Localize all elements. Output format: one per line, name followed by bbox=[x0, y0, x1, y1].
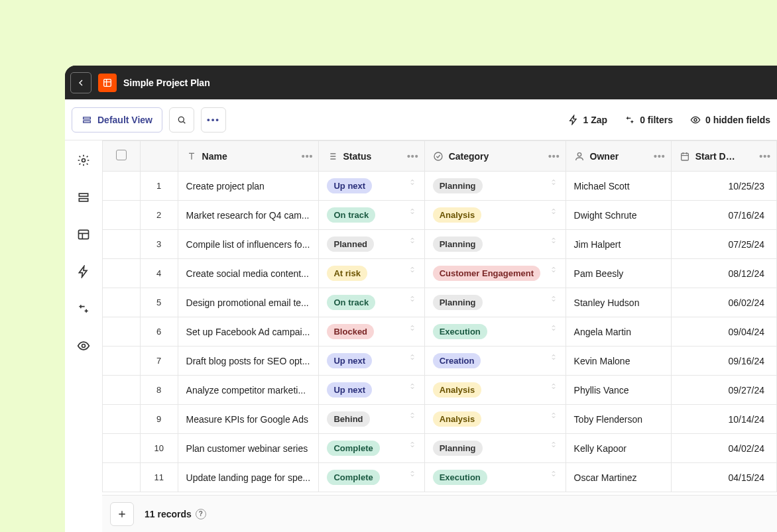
cell-name[interactable]: Set up Facebook Ad campai... bbox=[178, 317, 319, 346]
cell-owner[interactable]: Oscar Martinez bbox=[566, 463, 671, 492]
column-menu-icon[interactable]: ••• bbox=[654, 151, 666, 162]
cell-name[interactable]: Update landing page for spe... bbox=[178, 463, 319, 492]
header-checkbox-cell[interactable] bbox=[103, 141, 141, 172]
cell-category[interactable]: Creation bbox=[424, 346, 566, 376]
table-row[interactable]: 1Create project planUp nextPlanningMicha… bbox=[103, 172, 777, 201]
cell-status[interactable]: Blocked bbox=[319, 317, 424, 346]
cell-status[interactable]: On track bbox=[319, 201, 424, 230]
cell-category[interactable]: Analysis bbox=[424, 405, 566, 434]
cell-category[interactable]: Planning bbox=[424, 434, 566, 463]
cell-name[interactable]: Create project plan bbox=[178, 172, 319, 201]
search-button[interactable] bbox=[169, 107, 194, 133]
table-row[interactable]: 4Create social media content...At riskCu… bbox=[103, 259, 777, 288]
sidebar-settings[interactable] bbox=[76, 152, 91, 168]
cell-owner[interactable]: Dwight Schrute bbox=[566, 201, 671, 230]
header-name[interactable]: Name ••• bbox=[178, 141, 319, 172]
cell-owner[interactable]: Michael Scott bbox=[566, 172, 671, 201]
sidebar-layout[interactable] bbox=[76, 227, 91, 242]
more-button[interactable]: ••• bbox=[201, 107, 226, 133]
row-checkbox-cell[interactable] bbox=[103, 346, 141, 376]
cell-owner[interactable]: Pam Beesly bbox=[566, 259, 671, 288]
cell-category[interactable]: Planning bbox=[424, 230, 566, 259]
header-owner[interactable]: Owner ••• bbox=[566, 141, 671, 172]
cell-name[interactable]: Create social media content... bbox=[178, 259, 319, 288]
cell-name[interactable]: Design promotional email te... bbox=[178, 288, 319, 317]
cell-category[interactable]: Analysis bbox=[424, 201, 566, 230]
cell-category[interactable]: Execution bbox=[424, 317, 566, 346]
table-row[interactable]: 5Design promotional email te...On trackP… bbox=[103, 288, 777, 317]
cell-status[interactable]: Behind bbox=[319, 405, 424, 434]
table-row[interactable]: 8Analyze competitor marketi...Up nextAna… bbox=[103, 376, 777, 405]
cell-start-date[interactable]: 09/04/24 bbox=[671, 317, 776, 346]
back-button[interactable] bbox=[70, 72, 91, 93]
cell-start-date[interactable]: 10/14/24 bbox=[671, 405, 776, 434]
row-checkbox-cell[interactable] bbox=[103, 288, 141, 317]
cell-category[interactable]: Analysis bbox=[424, 376, 566, 405]
cell-name[interactable]: Draft blog posts for SEO opt... bbox=[178, 346, 319, 376]
header-start-date[interactable]: Start D… ••• bbox=[671, 141, 776, 172]
cell-category[interactable]: Customer Engagement bbox=[424, 259, 566, 288]
cell-name[interactable]: Compile list of influencers fo... bbox=[178, 230, 319, 259]
cell-start-date[interactable]: 06/02/24 bbox=[671, 288, 776, 317]
cell-start-date[interactable]: 08/12/24 bbox=[671, 259, 776, 288]
sidebar-visibility[interactable] bbox=[76, 338, 91, 354]
cell-owner[interactable]: Phyllis Vance bbox=[566, 376, 671, 405]
row-checkbox-cell[interactable] bbox=[103, 317, 141, 346]
column-menu-icon[interactable]: ••• bbox=[302, 151, 314, 162]
table-row[interactable]: 9Measure KPIs for Google AdsBehindAnalys… bbox=[103, 405, 777, 434]
sidebar-views[interactable] bbox=[76, 189, 91, 205]
row-checkbox-cell[interactable] bbox=[103, 201, 141, 230]
zap-indicator[interactable]: 1 Zap bbox=[568, 115, 608, 125]
cell-category[interactable]: Execution bbox=[424, 463, 566, 492]
table-row[interactable]: 7Draft blog posts for SEO opt...Up nextC… bbox=[103, 346, 777, 376]
cell-status[interactable]: On track bbox=[319, 288, 424, 317]
cell-name[interactable]: Analyze competitor marketi... bbox=[178, 376, 319, 405]
table-row[interactable]: 11Update landing page for spe...Complete… bbox=[103, 463, 777, 492]
cell-name[interactable]: Market research for Q4 cam... bbox=[178, 201, 319, 230]
cell-start-date[interactable]: 04/15/24 bbox=[671, 463, 776, 492]
column-menu-icon[interactable]: ••• bbox=[407, 151, 419, 162]
filters-button[interactable]: 0 filters bbox=[625, 115, 673, 125]
hidden-fields-button[interactable]: 0 hidden fields bbox=[690, 115, 770, 125]
sidebar-automations[interactable] bbox=[76, 264, 91, 280]
default-view-button[interactable]: Default View bbox=[72, 107, 162, 133]
header-category[interactable]: Category ••• bbox=[424, 141, 566, 172]
column-menu-icon[interactable]: ••• bbox=[759, 151, 771, 162]
cell-start-date[interactable]: 07/16/24 bbox=[671, 201, 776, 230]
cell-status[interactable]: Complete bbox=[319, 434, 424, 463]
cell-owner[interactable]: Kevin Malone bbox=[566, 346, 671, 376]
cell-status[interactable]: Planned bbox=[319, 230, 424, 259]
column-menu-icon[interactable]: ••• bbox=[548, 151, 560, 162]
add-row-button[interactable] bbox=[110, 502, 134, 526]
cell-category[interactable]: Planning bbox=[424, 172, 566, 201]
table-row[interactable]: 6Set up Facebook Ad campai...BlockedExec… bbox=[103, 317, 777, 346]
sidebar-sliders[interactable] bbox=[76, 301, 91, 317]
cell-owner[interactable]: Stanley Hudson bbox=[566, 288, 671, 317]
cell-name[interactable]: Plan customer webinar series bbox=[178, 434, 319, 463]
cell-start-date[interactable]: 04/02/24 bbox=[671, 434, 776, 463]
row-checkbox-cell[interactable] bbox=[103, 230, 141, 259]
help-icon[interactable]: ? bbox=[196, 509, 206, 519]
header-status[interactable]: Status ••• bbox=[319, 141, 424, 172]
cell-start-date[interactable]: 09/27/24 bbox=[671, 376, 776, 405]
cell-owner[interactable]: Angela Martin bbox=[566, 317, 671, 346]
cell-status[interactable]: Up next bbox=[319, 376, 424, 405]
cell-status[interactable]: Complete bbox=[319, 463, 424, 492]
table-row[interactable]: 2Market research for Q4 cam...On trackAn… bbox=[103, 201, 777, 230]
cell-status[interactable]: At risk bbox=[319, 259, 424, 288]
row-checkbox-cell[interactable] bbox=[103, 259, 141, 288]
row-checkbox-cell[interactable] bbox=[103, 405, 141, 434]
row-checkbox-cell[interactable] bbox=[103, 376, 141, 405]
cell-owner[interactable]: Toby Flenderson bbox=[566, 405, 671, 434]
cell-start-date[interactable]: 09/16/24 bbox=[671, 346, 776, 376]
row-checkbox-cell[interactable] bbox=[103, 434, 141, 463]
cell-start-date[interactable]: 10/25/23 bbox=[671, 172, 776, 201]
cell-status[interactable]: Up next bbox=[319, 172, 424, 201]
row-checkbox-cell[interactable] bbox=[103, 463, 141, 492]
cell-status[interactable]: Up next bbox=[319, 346, 424, 376]
cell-start-date[interactable]: 07/25/24 bbox=[671, 230, 776, 259]
cell-owner[interactable]: Jim Halpert bbox=[566, 230, 671, 259]
table-row[interactable]: 10Plan customer webinar seriesCompletePl… bbox=[103, 434, 777, 463]
cell-name[interactable]: Measure KPIs for Google Ads bbox=[178, 405, 319, 434]
row-checkbox-cell[interactable] bbox=[103, 172, 141, 201]
